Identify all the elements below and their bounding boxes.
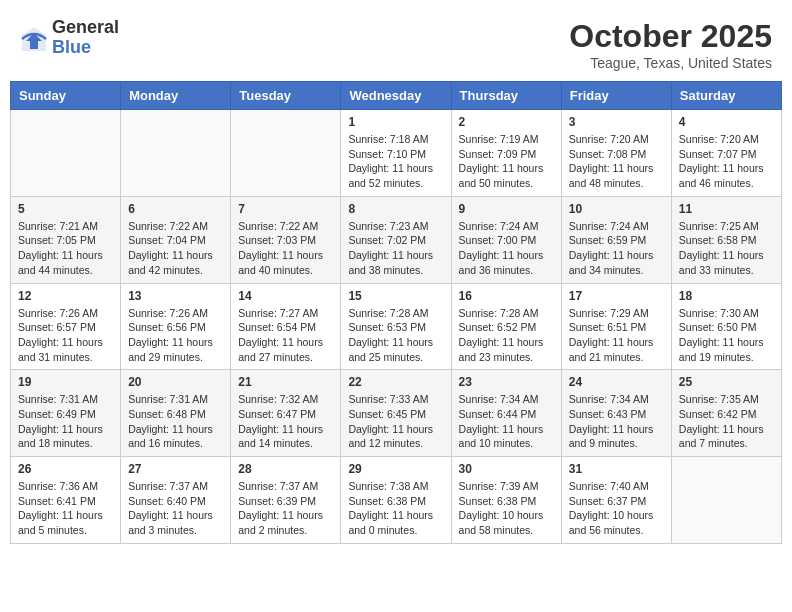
cell-content: Sunrise: 7:37 AMSunset: 6:39 PMDaylight:…	[238, 479, 333, 538]
location-subtitle: Teague, Texas, United States	[569, 55, 772, 71]
calendar-cell: 27Sunrise: 7:37 AMSunset: 6:40 PMDayligh…	[121, 457, 231, 544]
calendar-week-row: 19Sunrise: 7:31 AMSunset: 6:49 PMDayligh…	[11, 370, 782, 457]
day-number: 21	[238, 375, 333, 389]
weekday-header: Sunday	[11, 82, 121, 110]
day-number: 27	[128, 462, 223, 476]
cell-content: Sunrise: 7:22 AMSunset: 7:03 PMDaylight:…	[238, 219, 333, 278]
weekday-header: Tuesday	[231, 82, 341, 110]
calendar-week-row: 26Sunrise: 7:36 AMSunset: 6:41 PMDayligh…	[11, 457, 782, 544]
calendar-cell: 30Sunrise: 7:39 AMSunset: 6:38 PMDayligh…	[451, 457, 561, 544]
calendar-cell: 20Sunrise: 7:31 AMSunset: 6:48 PMDayligh…	[121, 370, 231, 457]
calendar-cell	[11, 110, 121, 197]
day-number: 6	[128, 202, 223, 216]
calendar-cell: 23Sunrise: 7:34 AMSunset: 6:44 PMDayligh…	[451, 370, 561, 457]
calendar-cell: 12Sunrise: 7:26 AMSunset: 6:57 PMDayligh…	[11, 283, 121, 370]
calendar-cell: 7Sunrise: 7:22 AMSunset: 7:03 PMDaylight…	[231, 196, 341, 283]
cell-content: Sunrise: 7:28 AMSunset: 6:52 PMDaylight:…	[459, 306, 554, 365]
day-number: 15	[348, 289, 443, 303]
cell-content: Sunrise: 7:39 AMSunset: 6:38 PMDaylight:…	[459, 479, 554, 538]
day-number: 30	[459, 462, 554, 476]
cell-content: Sunrise: 7:18 AMSunset: 7:10 PMDaylight:…	[348, 132, 443, 191]
logo-text: General Blue	[52, 18, 119, 58]
day-number: 5	[18, 202, 113, 216]
calendar-cell: 6Sunrise: 7:22 AMSunset: 7:04 PMDaylight…	[121, 196, 231, 283]
logo-general: General	[52, 18, 119, 38]
calendar-cell: 26Sunrise: 7:36 AMSunset: 6:41 PMDayligh…	[11, 457, 121, 544]
cell-content: Sunrise: 7:37 AMSunset: 6:40 PMDaylight:…	[128, 479, 223, 538]
cell-content: Sunrise: 7:33 AMSunset: 6:45 PMDaylight:…	[348, 392, 443, 451]
weekday-header: Monday	[121, 82, 231, 110]
day-number: 14	[238, 289, 333, 303]
day-number: 4	[679, 115, 774, 129]
day-number: 10	[569, 202, 664, 216]
calendar-cell	[671, 457, 781, 544]
title-block: October 2025 Teague, Texas, United State…	[569, 18, 772, 71]
cell-content: Sunrise: 7:24 AMSunset: 7:00 PMDaylight:…	[459, 219, 554, 278]
calendar-cell: 22Sunrise: 7:33 AMSunset: 6:45 PMDayligh…	[341, 370, 451, 457]
cell-content: Sunrise: 7:34 AMSunset: 6:44 PMDaylight:…	[459, 392, 554, 451]
cell-content: Sunrise: 7:29 AMSunset: 6:51 PMDaylight:…	[569, 306, 664, 365]
calendar-week-row: 1Sunrise: 7:18 AMSunset: 7:10 PMDaylight…	[11, 110, 782, 197]
day-number: 3	[569, 115, 664, 129]
calendar-cell: 4Sunrise: 7:20 AMSunset: 7:07 PMDaylight…	[671, 110, 781, 197]
calendar-week-row: 5Sunrise: 7:21 AMSunset: 7:05 PMDaylight…	[11, 196, 782, 283]
cell-content: Sunrise: 7:34 AMSunset: 6:43 PMDaylight:…	[569, 392, 664, 451]
calendar-cell: 11Sunrise: 7:25 AMSunset: 6:58 PMDayligh…	[671, 196, 781, 283]
weekday-header: Thursday	[451, 82, 561, 110]
calendar-cell: 21Sunrise: 7:32 AMSunset: 6:47 PMDayligh…	[231, 370, 341, 457]
day-number: 1	[348, 115, 443, 129]
calendar-cell: 24Sunrise: 7:34 AMSunset: 6:43 PMDayligh…	[561, 370, 671, 457]
calendar-cell: 17Sunrise: 7:29 AMSunset: 6:51 PMDayligh…	[561, 283, 671, 370]
day-number: 2	[459, 115, 554, 129]
day-number: 19	[18, 375, 113, 389]
logo: General Blue	[20, 18, 119, 58]
cell-content: Sunrise: 7:27 AMSunset: 6:54 PMDaylight:…	[238, 306, 333, 365]
calendar-cell: 16Sunrise: 7:28 AMSunset: 6:52 PMDayligh…	[451, 283, 561, 370]
calendar-cell: 14Sunrise: 7:27 AMSunset: 6:54 PMDayligh…	[231, 283, 341, 370]
day-number: 28	[238, 462, 333, 476]
calendar-cell: 31Sunrise: 7:40 AMSunset: 6:37 PMDayligh…	[561, 457, 671, 544]
calendar-cell: 3Sunrise: 7:20 AMSunset: 7:08 PMDaylight…	[561, 110, 671, 197]
calendar-cell	[121, 110, 231, 197]
calendar-cell: 5Sunrise: 7:21 AMSunset: 7:05 PMDaylight…	[11, 196, 121, 283]
weekday-header: Friday	[561, 82, 671, 110]
logo-icon	[20, 25, 48, 53]
cell-content: Sunrise: 7:38 AMSunset: 6:38 PMDaylight:…	[348, 479, 443, 538]
cell-content: Sunrise: 7:30 AMSunset: 6:50 PMDaylight:…	[679, 306, 774, 365]
day-number: 7	[238, 202, 333, 216]
day-number: 22	[348, 375, 443, 389]
weekday-header: Saturday	[671, 82, 781, 110]
cell-content: Sunrise: 7:32 AMSunset: 6:47 PMDaylight:…	[238, 392, 333, 451]
day-number: 23	[459, 375, 554, 389]
weekday-header-row: SundayMondayTuesdayWednesdayThursdayFrid…	[11, 82, 782, 110]
calendar-cell: 1Sunrise: 7:18 AMSunset: 7:10 PMDaylight…	[341, 110, 451, 197]
logo-blue: Blue	[52, 38, 119, 58]
cell-content: Sunrise: 7:31 AMSunset: 6:48 PMDaylight:…	[128, 392, 223, 451]
calendar-cell: 10Sunrise: 7:24 AMSunset: 6:59 PMDayligh…	[561, 196, 671, 283]
day-number: 8	[348, 202, 443, 216]
calendar-cell: 2Sunrise: 7:19 AMSunset: 7:09 PMDaylight…	[451, 110, 561, 197]
cell-content: Sunrise: 7:24 AMSunset: 6:59 PMDaylight:…	[569, 219, 664, 278]
day-number: 13	[128, 289, 223, 303]
day-number: 17	[569, 289, 664, 303]
cell-content: Sunrise: 7:35 AMSunset: 6:42 PMDaylight:…	[679, 392, 774, 451]
day-number: 20	[128, 375, 223, 389]
calendar-cell: 19Sunrise: 7:31 AMSunset: 6:49 PMDayligh…	[11, 370, 121, 457]
calendar-cell	[231, 110, 341, 197]
cell-content: Sunrise: 7:23 AMSunset: 7:02 PMDaylight:…	[348, 219, 443, 278]
cell-content: Sunrise: 7:21 AMSunset: 7:05 PMDaylight:…	[18, 219, 113, 278]
calendar-cell: 29Sunrise: 7:38 AMSunset: 6:38 PMDayligh…	[341, 457, 451, 544]
day-number: 26	[18, 462, 113, 476]
day-number: 9	[459, 202, 554, 216]
day-number: 11	[679, 202, 774, 216]
page-header: General Blue October 2025 Teague, Texas,…	[10, 10, 782, 81]
cell-content: Sunrise: 7:19 AMSunset: 7:09 PMDaylight:…	[459, 132, 554, 191]
cell-content: Sunrise: 7:40 AMSunset: 6:37 PMDaylight:…	[569, 479, 664, 538]
calendar-week-row: 12Sunrise: 7:26 AMSunset: 6:57 PMDayligh…	[11, 283, 782, 370]
cell-content: Sunrise: 7:36 AMSunset: 6:41 PMDaylight:…	[18, 479, 113, 538]
day-number: 18	[679, 289, 774, 303]
cell-content: Sunrise: 7:28 AMSunset: 6:53 PMDaylight:…	[348, 306, 443, 365]
day-number: 12	[18, 289, 113, 303]
calendar-cell: 28Sunrise: 7:37 AMSunset: 6:39 PMDayligh…	[231, 457, 341, 544]
calendar-cell: 15Sunrise: 7:28 AMSunset: 6:53 PMDayligh…	[341, 283, 451, 370]
